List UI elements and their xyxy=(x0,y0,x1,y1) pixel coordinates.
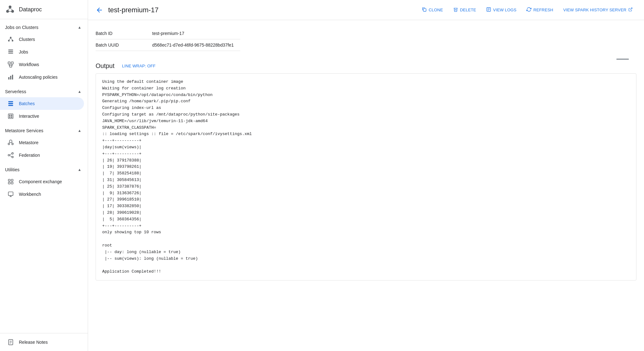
sidebar-header: Dataproc xyxy=(0,0,88,19)
svg-rect-15 xyxy=(11,62,14,64)
clusters-icon xyxy=(8,36,14,42)
toolbar-actions: CLONE DELETE VIEW LOGS REFRESH xyxy=(418,4,636,16)
output-log: Using the default container image Waitin… xyxy=(96,73,636,280)
svg-rect-21 xyxy=(12,75,13,80)
svg-point-0 xyxy=(9,6,11,8)
svg-rect-16 xyxy=(10,65,12,67)
sidebar-item-component-exchange[interactable]: Component exchange xyxy=(0,175,84,188)
section-utilities: Utilities ▲ Component exchange Workbench xyxy=(0,161,88,201)
jobs-icon xyxy=(8,49,14,55)
sidebar-item-label: Clusters xyxy=(19,37,35,42)
svg-line-3 xyxy=(8,8,10,10)
app-name: Dataproc xyxy=(19,6,42,13)
svg-line-10 xyxy=(11,38,13,40)
line-wrap-button[interactable]: LINE WRAP: OFF xyxy=(119,62,158,70)
svg-point-32 xyxy=(12,143,13,145)
output-header: Output LINE WRAP: OFF xyxy=(96,62,636,70)
svg-point-6 xyxy=(10,37,12,38)
section-header-jobs[interactable]: Jobs on Clusters ▲ xyxy=(0,19,88,33)
sidebar-item-label: Release Notes xyxy=(19,340,48,345)
interactive-icon xyxy=(8,113,14,119)
sidebar-item-workflows[interactable]: Workflows xyxy=(0,58,84,71)
refresh-icon xyxy=(526,7,531,13)
sidebar-item-workbench[interactable]: Workbench xyxy=(0,188,84,201)
sidebar-item-autoscaling[interactable]: Autoscaling policies xyxy=(0,71,84,83)
autoscaling-icon xyxy=(8,74,14,80)
svg-point-7 xyxy=(8,40,10,42)
sidebar-item-label: Component exchange xyxy=(19,179,62,184)
batch-uuid-value: d568ec71-d7ed-46fd-9675-88228bd37fe1 xyxy=(152,42,240,48)
svg-rect-14 xyxy=(8,62,10,64)
svg-rect-41 xyxy=(11,179,13,181)
batches-icon xyxy=(8,100,14,107)
sidebar-item-label: Metastore xyxy=(19,140,38,145)
clone-button[interactable]: CLONE xyxy=(418,4,447,16)
sidebar-item-jobs[interactable]: Jobs xyxy=(0,46,84,58)
chevron-up-icon: ▲ xyxy=(76,88,83,95)
view-logs-icon xyxy=(486,7,491,13)
sidebar-item-label: Jobs xyxy=(19,49,28,54)
sidebar-item-label: Autoscaling policies xyxy=(19,75,58,80)
sidebar-item-batches[interactable]: Batches xyxy=(0,97,84,110)
external-link-icon xyxy=(628,7,633,13)
sidebar-item-release-notes[interactable]: Release Notes xyxy=(0,336,84,348)
svg-rect-29 xyxy=(11,116,12,118)
svg-rect-24 xyxy=(8,105,13,106)
svg-rect-42 xyxy=(8,182,10,184)
chevron-up-icon: ▲ xyxy=(76,167,83,173)
svg-line-56 xyxy=(630,8,632,10)
view-logs-button[interactable]: VIEW LOGS xyxy=(482,4,520,16)
section-serverless: Serverless ▲ Batches Interactive xyxy=(0,83,88,122)
svg-point-35 xyxy=(8,155,10,156)
svg-point-36 xyxy=(12,153,13,154)
sidebar-bottom: Release Notes xyxy=(0,333,88,351)
page-title: test-premium-17 xyxy=(108,6,413,14)
svg-point-37 xyxy=(12,156,13,158)
scroll-bar xyxy=(616,59,629,60)
svg-line-38 xyxy=(10,154,12,155)
sidebar-item-label: Workbench xyxy=(19,192,41,197)
release-notes-icon xyxy=(8,339,14,345)
svg-line-9 xyxy=(9,38,11,40)
metastore-icon xyxy=(8,139,14,146)
workbench-icon xyxy=(8,191,14,197)
sidebar-item-label: Batches xyxy=(19,101,35,106)
refresh-button[interactable]: REFRESH xyxy=(523,4,557,16)
clone-icon xyxy=(422,7,427,13)
delete-button[interactable]: DELETE xyxy=(449,4,480,16)
main-content: test-premium-17 CLONE DELETE VIEW LOGS xyxy=(88,0,644,351)
sidebar-item-federation[interactable]: Federation xyxy=(0,149,84,161)
section-metastore: Metastore Services ▲ Metastore Federatio… xyxy=(0,122,88,161)
sidebar-item-clusters[interactable]: Clusters xyxy=(0,33,84,46)
section-jobs-on-clusters: Jobs on Clusters ▲ Clusters Jobs Workflo… xyxy=(0,19,88,83)
batch-id-label: Batch ID xyxy=(96,31,152,36)
component-exchange-icon xyxy=(8,178,14,185)
svg-point-31 xyxy=(8,143,10,145)
workflows-icon xyxy=(8,61,14,68)
svg-rect-28 xyxy=(9,116,10,118)
batch-uuid-label: Batch UUID xyxy=(96,42,152,48)
svg-rect-44 xyxy=(8,192,13,196)
content-area: Batch ID test-premium-17 Batch UUID d568… xyxy=(88,20,644,351)
svg-point-8 xyxy=(12,40,13,42)
batch-id-row: Batch ID test-premium-17 xyxy=(96,28,240,39)
svg-rect-11 xyxy=(8,50,13,51)
view-spark-history-button[interactable]: VIEW SPARK HISTORY SERVER xyxy=(559,5,636,15)
dataproc-logo-icon xyxy=(5,4,15,14)
batch-id-value: test-premium-17 xyxy=(152,31,240,36)
svg-line-39 xyxy=(10,156,12,157)
sidebar-item-label: Federation xyxy=(19,153,40,158)
sidebar-item-interactive[interactable]: Interactive xyxy=(0,110,84,122)
back-button[interactable] xyxy=(96,6,103,14)
svg-rect-51 xyxy=(424,8,426,11)
svg-line-4 xyxy=(10,8,13,10)
section-header-serverless[interactable]: Serverless ▲ xyxy=(0,83,88,97)
svg-rect-13 xyxy=(8,53,13,54)
svg-rect-26 xyxy=(9,115,10,116)
section-header-metastore[interactable]: Metastore Services ▲ xyxy=(0,122,88,136)
scroll-indicator xyxy=(96,59,636,60)
batch-uuid-row: Batch UUID d568ec71-d7ed-46fd-9675-88228… xyxy=(96,39,240,51)
svg-rect-22 xyxy=(8,101,13,102)
sidebar-item-metastore[interactable]: Metastore xyxy=(0,136,84,149)
section-header-utilities[interactable]: Utilities ▲ xyxy=(0,161,88,175)
